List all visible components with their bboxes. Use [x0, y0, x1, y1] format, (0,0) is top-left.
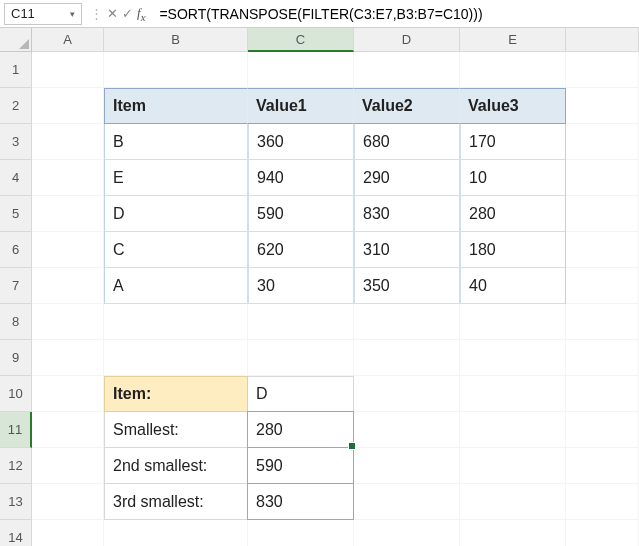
table-cell[interactable]: 40 — [460, 268, 566, 304]
row-header[interactable]: 3 — [0, 124, 32, 160]
table-cell[interactable]: 180 — [460, 232, 566, 268]
table-header[interactable]: Value3 — [460, 88, 566, 124]
col-header-e[interactable]: E — [460, 28, 566, 52]
row-header[interactable]: 11 — [0, 412, 32, 448]
table-cell[interactable]: 360 — [248, 124, 354, 160]
row-header[interactable]: 9 — [0, 340, 32, 376]
lookup-label[interactable]: 2nd smallest: — [104, 448, 248, 484]
cell[interactable] — [460, 376, 566, 412]
lookup-result[interactable]: 830 — [248, 484, 354, 520]
col-header-b[interactable]: B — [104, 28, 248, 52]
cell[interactable] — [32, 520, 104, 546]
cell[interactable] — [566, 520, 639, 546]
table-header[interactable]: Item — [104, 88, 248, 124]
col-header-a[interactable]: A — [32, 28, 104, 52]
col-header-c[interactable]: C — [248, 28, 354, 52]
cell[interactable] — [32, 484, 104, 520]
lookup-result[interactable]: 590 — [248, 448, 354, 484]
row-header[interactable]: 4 — [0, 160, 32, 196]
lookup-item-value[interactable]: D — [248, 376, 354, 412]
table-cell[interactable]: B — [104, 124, 248, 160]
cell[interactable] — [354, 448, 460, 484]
table-cell[interactable]: A — [104, 268, 248, 304]
cell[interactable] — [104, 304, 248, 340]
cell[interactable] — [566, 88, 639, 124]
confirm-icon[interactable]: ✓ — [122, 6, 133, 21]
lookup-label[interactable]: Smallest: — [104, 412, 248, 448]
cell[interactable] — [32, 376, 104, 412]
row-header[interactable]: 5 — [0, 196, 32, 232]
cell[interactable] — [32, 268, 104, 304]
cell[interactable] — [354, 484, 460, 520]
cell[interactable] — [248, 52, 354, 88]
cell[interactable] — [566, 124, 639, 160]
cell[interactable] — [354, 340, 460, 376]
table-cell[interactable]: 940 — [248, 160, 354, 196]
cell[interactable] — [354, 412, 460, 448]
cell[interactable] — [566, 448, 639, 484]
cell[interactable] — [354, 376, 460, 412]
cell[interactable] — [566, 196, 639, 232]
cell[interactable] — [32, 304, 104, 340]
cell[interactable] — [460, 340, 566, 376]
cell[interactable] — [32, 412, 104, 448]
cell[interactable] — [32, 124, 104, 160]
table-cell[interactable]: 170 — [460, 124, 566, 160]
table-header[interactable]: Value1 — [248, 88, 354, 124]
table-cell[interactable]: 10 — [460, 160, 566, 196]
cell[interactable] — [248, 340, 354, 376]
formula-input[interactable] — [155, 3, 639, 25]
table-cell[interactable]: 290 — [354, 160, 460, 196]
table-cell[interactable]: 830 — [354, 196, 460, 232]
row-header[interactable]: 13 — [0, 484, 32, 520]
cell[interactable] — [566, 304, 639, 340]
cell[interactable] — [460, 520, 566, 546]
cell[interactable] — [104, 340, 248, 376]
cell[interactable] — [248, 520, 354, 546]
lookup-label[interactable]: 3rd smallest: — [104, 484, 248, 520]
row-header[interactable]: 7 — [0, 268, 32, 304]
table-cell[interactable]: E — [104, 160, 248, 196]
col-header-d[interactable]: D — [354, 28, 460, 52]
table-cell[interactable]: 680 — [354, 124, 460, 160]
fx-icon[interactable]: fx — [137, 5, 151, 23]
cell[interactable] — [460, 304, 566, 340]
table-cell[interactable]: 280 — [460, 196, 566, 232]
cell[interactable] — [32, 232, 104, 268]
cell[interactable] — [32, 88, 104, 124]
cell[interactable] — [354, 520, 460, 546]
cell[interactable] — [32, 52, 104, 88]
cancel-icon[interactable]: ✕ — [107, 6, 118, 21]
cell[interactable] — [104, 52, 248, 88]
row-header[interactable]: 12 — [0, 448, 32, 484]
cell[interactable] — [32, 340, 104, 376]
cell[interactable] — [460, 448, 566, 484]
cell[interactable] — [566, 52, 639, 88]
table-cell[interactable]: 30 — [248, 268, 354, 304]
select-all-corner[interactable] — [0, 28, 32, 52]
row-header[interactable]: 10 — [0, 376, 32, 412]
table-cell[interactable]: 350 — [354, 268, 460, 304]
row-header[interactable]: 8 — [0, 304, 32, 340]
cell[interactable] — [460, 412, 566, 448]
cell[interactable] — [566, 340, 639, 376]
cell[interactable] — [566, 268, 639, 304]
cell[interactable] — [32, 448, 104, 484]
cell[interactable] — [354, 304, 460, 340]
row-header[interactable]: 14 — [0, 520, 32, 546]
table-cell[interactable]: 620 — [248, 232, 354, 268]
cell[interactable] — [566, 376, 639, 412]
cell[interactable] — [460, 484, 566, 520]
row-header[interactable]: 6 — [0, 232, 32, 268]
col-header-f[interactable] — [566, 28, 639, 52]
table-cell[interactable]: 310 — [354, 232, 460, 268]
cell[interactable] — [566, 484, 639, 520]
cell[interactable] — [566, 412, 639, 448]
name-box[interactable]: C11 ▾ — [4, 3, 82, 25]
cell[interactable] — [32, 160, 104, 196]
spreadsheet-grid[interactable]: 1 2 Item Value1 Value2 Value3 3 B 360 68… — [0, 52, 639, 546]
cell[interactable] — [354, 52, 460, 88]
cell[interactable] — [566, 160, 639, 196]
table-cell[interactable]: 590 — [248, 196, 354, 232]
cell[interactable] — [566, 232, 639, 268]
